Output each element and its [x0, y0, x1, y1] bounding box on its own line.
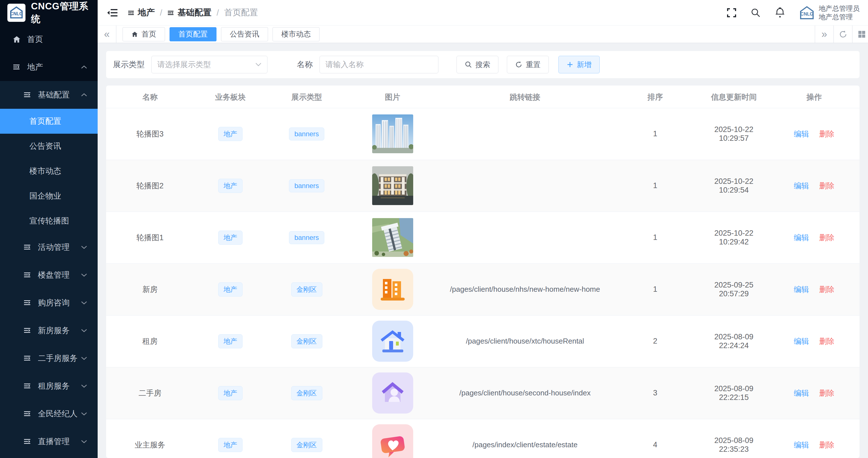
column-header-display-type: 展示类型	[267, 87, 346, 108]
tabs-scroll-left-button[interactable]: «	[98, 26, 116, 43]
sidebar-item-home[interactable]: 首页	[0, 26, 98, 53]
edit-link[interactable]: 编辑	[794, 285, 809, 294]
orange-building-icon[interactable]	[372, 269, 413, 310]
tabs-refresh-button[interactable]	[834, 26, 852, 43]
user-org: 地产总管理	[819, 13, 860, 21]
display-type-badge: banners	[289, 179, 324, 192]
menu-icon	[23, 382, 32, 390]
menu-icon	[12, 63, 21, 71]
name-input[interactable]	[319, 56, 438, 74]
delete-link[interactable]: 删除	[819, 337, 834, 346]
svg-text:CNLG: CNLG	[10, 11, 23, 16]
column-header-image: 图片	[346, 87, 439, 108]
row-name: 轮播图1	[106, 211, 194, 263]
classical-building-photo[interactable]	[372, 166, 413, 205]
sidebar-group-activity[interactable]: 活动管理	[0, 233, 98, 261]
edit-link[interactable]: 编辑	[794, 441, 809, 449]
row-link: /pages/client/house/second-house/index	[459, 389, 591, 397]
purple-house-user-icon[interactable]	[372, 372, 413, 413]
top-header: 地产 / 基础配置 / 首页配置	[98, 0, 868, 26]
row-updated-time: 2025-10-22 10:29:54	[699, 160, 769, 211]
menu-icon	[23, 437, 32, 446]
edit-link[interactable]: 编辑	[794, 181, 809, 190]
sidebar-item-realestate[interactable]: 地产	[0, 53, 98, 81]
notification-bell-icon[interactable]	[775, 7, 785, 19]
row-order: 1	[611, 263, 699, 315]
fullscreen-icon[interactable]	[726, 8, 737, 18]
edit-link[interactable]: 编辑	[794, 389, 809, 397]
row-link: /pages/client/house/nhs/new-home/new-hom…	[450, 285, 600, 293]
sidebar-group-label: 购房咨询	[38, 297, 70, 308]
tab-home[interactable]: 首页	[123, 27, 165, 41]
menu-icon	[128, 9, 134, 16]
aerial-building-photo[interactable]	[372, 218, 413, 257]
breadcrumb-separator: /	[160, 8, 162, 18]
add-button-label: 新增	[577, 60, 591, 70]
display-type-badge: 金刚区	[291, 334, 322, 348]
delete-link[interactable]: 删除	[819, 233, 834, 242]
search-icon[interactable]	[750, 7, 761, 18]
row-order: 3	[611, 367, 699, 419]
user-profile[interactable]: CNLG 地产总管理员 地产总管理	[799, 4, 860, 21]
sidebar-item-label: 楼市动态	[29, 166, 61, 176]
sidebar-group-purchase-consult[interactable]: 购房咨询	[0, 289, 98, 317]
display-type-badge: 金刚区	[291, 386, 322, 400]
tab-market-news[interactable]: 楼市动态	[273, 27, 319, 41]
edit-link[interactable]: 编辑	[794, 337, 809, 346]
sidebar-group-rental-service[interactable]: 租房服务	[0, 372, 98, 400]
edit-link[interactable]: 编辑	[794, 130, 809, 138]
search-button[interactable]: 搜索	[457, 56, 498, 74]
column-header-actions: 操作	[769, 87, 860, 108]
page-content: 展示类型 请选择展示类型 名称 搜索	[98, 43, 868, 458]
app-logo-row: CNLG CNCG管理系统	[0, 0, 98, 26]
display-type-badge: banners	[289, 231, 324, 244]
delete-link[interactable]: 删除	[819, 441, 834, 449]
add-button[interactable]: 新增	[558, 56, 600, 74]
row-updated-time: 2025-09-25 20:57:29	[699, 263, 769, 315]
delete-link[interactable]: 删除	[819, 389, 834, 397]
tab-home-config[interactable]: 首页配置	[169, 27, 217, 41]
user-org-logo-icon: CNLG	[799, 6, 815, 20]
row-name: 业主服务	[106, 419, 194, 458]
blue-house-icon[interactable]	[372, 321, 413, 362]
towers-photo[interactable]	[372, 114, 413, 153]
menu-icon	[23, 243, 32, 252]
sidebar-group-basic-config[interactable]: 基础配置	[0, 81, 98, 109]
sidebar-item-label: 国企物业	[29, 191, 61, 201]
sidebar-item-soe-property[interactable]: 国企物业	[0, 183, 98, 208]
breadcrumb-item[interactable]: 地产	[128, 7, 155, 19]
row-name: 新房	[106, 263, 194, 315]
tabs-scroll-right-button[interactable]: »	[815, 26, 834, 43]
chevron-down-icon	[81, 439, 88, 444]
sidebar-item-promo-carousel[interactable]: 宣传轮播图	[0, 208, 98, 233]
chevron-down-icon	[81, 411, 88, 416]
breadcrumb-item[interactable]: 基础配置	[167, 7, 211, 19]
breadcrumb-label: 首页配置	[224, 7, 258, 19]
sidebar-item-market-news[interactable]: 楼市动态	[0, 159, 98, 183]
tab-announcements[interactable]: 公告资讯	[221, 27, 268, 41]
sidebar-group-new-home-service[interactable]: 新房服务	[0, 317, 98, 344]
row-order: 4	[611, 419, 699, 458]
sidebar-item-announcements[interactable]: 公告资讯	[0, 134, 98, 159]
delete-link[interactable]: 删除	[819, 181, 834, 190]
sidebar-item-label: 首页	[27, 34, 43, 45]
sidebar-group-agents[interactable]: 全民经纪人	[0, 400, 98, 428]
sidebar-group-live[interactable]: 直播管理	[0, 428, 98, 455]
row-order: 1	[611, 211, 699, 263]
reset-button[interactable]: 重置	[507, 56, 549, 74]
delete-link[interactable]: 删除	[819, 285, 834, 294]
display-type-select[interactable]: 请选择展示类型	[151, 56, 268, 74]
app-title: CNCG管理系统	[31, 0, 98, 26]
sidebar: CNLG CNCG管理系统 首页 地产 基础	[0, 0, 98, 458]
tabs-layout-grid-button[interactable]	[852, 26, 868, 43]
row-order: 2	[611, 315, 699, 367]
sidebar-group-second-hand[interactable]: 二手房服务	[0, 344, 98, 372]
pink-heart-bubble-icon[interactable]	[372, 424, 413, 458]
sidebar-item-home-config[interactable]: 首页配置	[0, 109, 98, 134]
edit-link[interactable]: 编辑	[794, 233, 809, 242]
sidebar-group-buildings[interactable]: 楼盘管理	[0, 261, 98, 289]
delete-link[interactable]: 删除	[819, 130, 834, 138]
module-badge: 地产	[218, 231, 243, 245]
collapse-sidebar-icon[interactable]	[107, 8, 118, 18]
sidebar-group-label: 基础配置	[38, 89, 70, 100]
